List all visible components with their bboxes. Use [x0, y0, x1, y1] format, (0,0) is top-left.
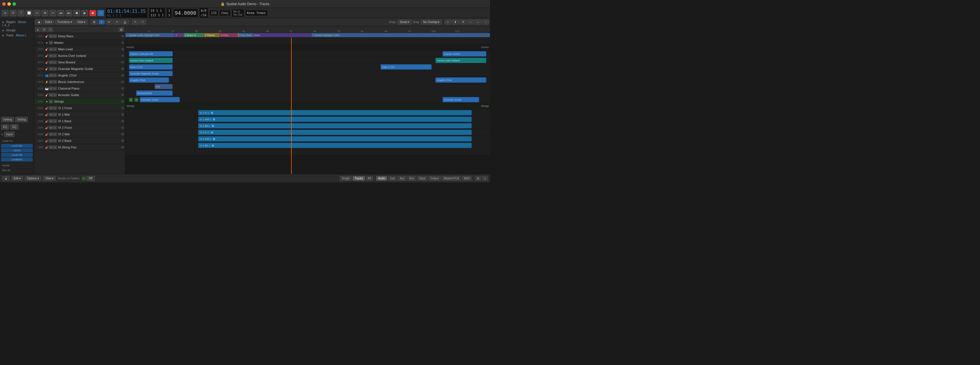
region-main-plus12[interactable]: Main (+12)	[129, 64, 173, 70]
transport-icon-5[interactable]: ↩	[33, 10, 40, 16]
region-vi2-front[interactable]: VI 2 Fr.1	[198, 130, 472, 135]
solo-btn-track[interactable]: S	[53, 67, 57, 70]
list-view-btn[interactable]: ≡	[99, 20, 105, 24]
region-aurora-right[interactable]: Aurora Over Iceland	[435, 58, 486, 63]
marker-btn[interactable]: ⬆	[452, 20, 459, 24]
level-mtr-tag-1[interactable]: Level Mtr	[1, 144, 33, 148]
mute-btn[interactable]: M	[49, 54, 53, 57]
edit-button[interactable]: Edit ▾	[43, 20, 54, 24]
mute-btn[interactable]: M	[49, 74, 53, 77]
lane-vi1-back[interactable]: VI 1 Bk.1	[125, 122, 490, 129]
input-button[interactable]: Input	[4, 132, 14, 137]
mute-btn[interactable]: M	[49, 87, 53, 90]
region-main-plus12-right[interactable]: Main (+12)	[380, 64, 431, 70]
region-inst[interactable]: Inst	[154, 84, 173, 89]
atmos-tag[interactable]: Atmos	[1, 148, 33, 152]
track-lanes[interactable]: Master Master Classic Suitcase Mk Classi…	[125, 38, 490, 174]
eq-button-left[interactable]: EQ	[1, 124, 9, 130]
region-classic-suitcase-right[interactable]: Classic Suitca	[442, 51, 486, 57]
lane-strings[interactable]: Strings Strings	[125, 103, 490, 110]
region-vi2-back[interactable]: VI 2 Bk.1	[198, 143, 472, 148]
region-vi2-mid[interactable]: VI 2 Mid.1	[198, 136, 472, 141]
bus-btn[interactable]: Bus	[407, 176, 416, 181]
monitor-btn[interactable]: ▦	[119, 27, 124, 32]
audio-btn[interactable]: Audio	[376, 176, 388, 181]
region-angelic-right[interactable]: Angelic Choir	[435, 77, 486, 83]
lane-hi-string-pan[interactable]	[125, 149, 490, 155]
drag-select[interactable]: No Overlap ▾	[421, 20, 442, 24]
region-acoustic-right[interactable]: Acoustic Guitar	[442, 97, 479, 102]
lane-aurora[interactable]: Aurora Over Iceland Aurora Over Iceland	[125, 57, 490, 63]
region-granular[interactable]: Granular Magnetic Guitar	[129, 71, 173, 76]
fast-forward-button[interactable]: ⏭	[65, 10, 72, 16]
level-mtr-tag-2[interactable]: Level Mtr	[1, 153, 33, 157]
functions-button[interactable]: Functions ▾	[55, 20, 74, 24]
rewind-button[interactable]: ⏮	[57, 10, 64, 16]
track-section[interactable]: ▶ Track: Atmos L	[1, 33, 33, 38]
groups-section[interactable]: ▶ Groups	[1, 28, 33, 32]
lane-master[interactable]: Master Master	[125, 44, 490, 51]
mute-all-btn[interactable]: ○	[467, 20, 474, 24]
view-button[interactable]: View ▾	[75, 20, 88, 24]
mute-btn[interactable]: M	[49, 119, 53, 123]
region-classic-suitcase[interactable]: Classic Suitcase Mk	[129, 51, 173, 57]
go-start-button[interactable]: ⏹	[73, 10, 80, 16]
solo-btn-track[interactable]: S	[53, 119, 57, 123]
solo-btn-track[interactable]: S	[53, 54, 57, 57]
lane-vi2-mid[interactable]: VI 2 Mid.1	[125, 136, 490, 142]
sends-power-btn[interactable]	[82, 176, 86, 181]
region-vi1-back[interactable]: VI 1 Bk.1	[198, 123, 472, 129]
transport-icon-2[interactable]: ⏱	[10, 10, 16, 16]
anchor-btn[interactable]: ⚓	[121, 20, 129, 24]
mute-btn[interactable]: M	[49, 34, 53, 38]
region-angelic-left[interactable]: Angelic Choir	[129, 77, 169, 83]
snap-select[interactable]: Smart ▾	[398, 20, 412, 24]
region-vi1-front[interactable]: VI 1 Fr.1	[198, 110, 472, 116]
window-controls[interactable]	[2, 2, 16, 6]
solo-master-btn[interactable]: S	[48, 27, 53, 32]
region-acoustic-left[interactable]: Acoustic Guitar	[140, 97, 180, 102]
mute-btn[interactable]: M	[49, 113, 53, 116]
collapse-btn[interactable]: ▲	[35, 27, 40, 32]
record-button[interactable]: ⏺	[89, 10, 96, 16]
master-vca-btn[interactable]: Master/VCA	[442, 176, 461, 181]
region-aurora-left[interactable]: Aurora Over Iceland	[129, 58, 173, 63]
transport-icon-3[interactable]: ?	[18, 10, 24, 16]
link-btn[interactable]: ↔	[474, 20, 482, 24]
lane-bionic[interactable]: Inst	[125, 83, 490, 90]
transport-icon-6[interactable]: ⚙	[41, 10, 48, 16]
all-btn[interactable]: All	[366, 176, 373, 181]
options-button[interactable]: Options ▾	[25, 176, 41, 181]
lane-vi1-mid[interactable]: VI 1 Mid.1	[125, 116, 490, 122]
lane-acoustic[interactable]: A A Acoustic Guitar Acoustic Guitar	[125, 96, 490, 103]
setting-button-right[interactable]: Setting	[15, 117, 28, 122]
mute-btn[interactable]: M	[49, 93, 53, 97]
navigate-back-button[interactable]: ◀	[35, 20, 42, 24]
solo-btn-track[interactable]: S	[53, 60, 57, 64]
lane-angelic[interactable]: Angelic Choir Angelic Choir	[125, 77, 490, 83]
solo-btn-track[interactable]: S	[53, 139, 57, 143]
add-btn[interactable]: +	[140, 20, 146, 24]
transport-icon-7[interactable]: ✂	[49, 10, 56, 16]
midi-btn[interactable]: MIDI	[462, 176, 472, 181]
mute-btn[interactable]: M	[49, 48, 53, 51]
solo-btn-track[interactable]: S	[53, 126, 57, 129]
transport-icon-1[interactable]: ⊙	[2, 10, 8, 16]
view-bottom-button[interactable]: View ▾	[43, 176, 56, 181]
eq-button-right[interactable]: EQ	[10, 124, 18, 130]
inst-btn[interactable]: Inst	[388, 176, 397, 181]
list-bottom-btn[interactable]: ≡	[482, 176, 488, 181]
solo-btn-track[interactable]: S	[53, 132, 57, 136]
lane-vi2-front[interactable]: VI 2 Fr.1	[125, 129, 490, 136]
solo-btn-track[interactable]: S	[53, 34, 57, 38]
output-btn[interactable]: Output	[428, 176, 441, 181]
solo-btn-track[interactable]: S	[53, 113, 57, 116]
edit-bottom-button[interactable]: Edit ▾	[11, 176, 23, 181]
grid-view-btn[interactable]: ⊞	[91, 20, 98, 24]
solo-btn-track[interactable]: S	[53, 74, 57, 77]
close-button[interactable]	[2, 2, 6, 6]
mute-btn[interactable]: M	[49, 60, 53, 64]
lane-deep-bass[interactable]	[125, 38, 490, 44]
tracks-btn[interactable]: Tracks	[353, 176, 365, 181]
navigate-up-button[interactable]: ▲	[2, 176, 10, 181]
